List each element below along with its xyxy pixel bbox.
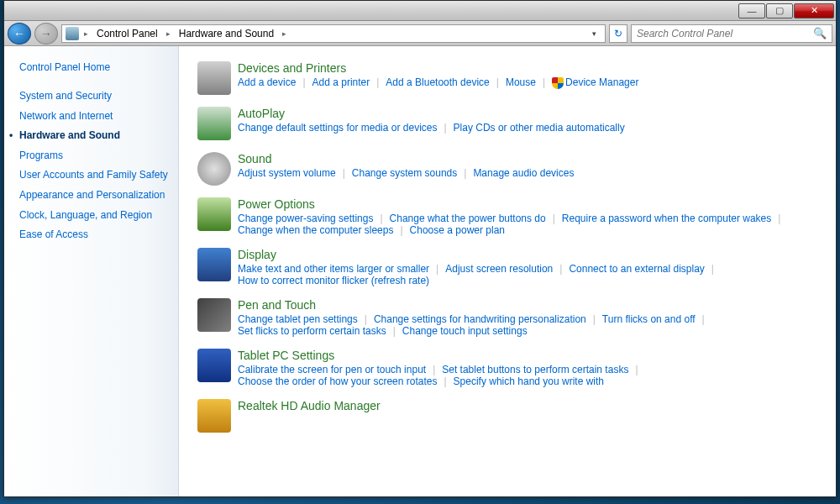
category-realtek-hd-audio-manager: Realtek HD Audio Manager — [197, 399, 817, 433]
task-link[interactable]: Change touch input settings — [402, 325, 528, 337]
link-separator: | — [437, 122, 453, 134]
breadcrumb-dropdown[interactable]: ▾ — [587, 29, 601, 38]
link-separator: | — [373, 213, 389, 224]
search-icon[interactable]: 🔍 — [813, 27, 827, 39]
task-link[interactable]: Mouse — [506, 76, 536, 88]
close-button[interactable]: ✕ — [794, 3, 834, 18]
category-title-link[interactable]: Display — [238, 248, 817, 261]
category-links: Change default settings for media or dev… — [238, 122, 817, 134]
sidebar-item-hardware-and-sound[interactable]: Hardware and Sound — [19, 126, 178, 146]
task-link[interactable]: Calibrate the screen for pen or touch in… — [238, 364, 426, 375]
task-link[interactable]: Add a device — [238, 76, 296, 88]
category-body: Devices and PrintersAdd a device|Add a p… — [238, 61, 817, 95]
task-link[interactable]: Require a password when the computer wak… — [562, 213, 771, 224]
task-link[interactable]: Change settings for handwriting personal… — [374, 313, 586, 325]
link-separator: | — [296, 76, 312, 88]
task-link[interactable]: Adjust screen resolution — [445, 263, 553, 275]
breadcrumb-sep[interactable]: ▸ — [81, 29, 92, 38]
task-link[interactable]: Add a printer — [312, 76, 370, 88]
category-devices-and-printers: Devices and PrintersAdd a device|Add a p… — [197, 61, 817, 95]
maximize-button[interactable]: ▢ — [766, 3, 793, 18]
breadcrumb-control-panel[interactable]: Control Panel — [93, 28, 161, 39]
category-pen-and-touch: Pen and TouchChange tablet pen settings|… — [197, 298, 817, 337]
task-link[interactable]: How to correct monitor flicker (refresh … — [238, 275, 429, 286]
category-sound: SoundAdjust system volume|Change system … — [197, 152, 817, 186]
refresh-button[interactable]: ↻ — [609, 24, 627, 43]
control-panel-icon — [66, 27, 79, 40]
sidebar-home-link[interactable]: Control Panel Home — [19, 61, 178, 73]
breadcrumb-hardware-and-sound[interactable]: Hardware and Sound — [176, 28, 277, 39]
link-separator: | — [386, 325, 402, 337]
category-title-link[interactable]: AutoPlay — [238, 107, 817, 120]
link-separator: | — [336, 167, 352, 179]
realtek-icon — [197, 399, 231, 433]
breadcrumb[interactable]: ▸ Control Panel ▸ Hardware and Sound ▸ ▾ — [61, 24, 606, 43]
task-link[interactable]: Specify which hand you write with — [454, 375, 604, 387]
shield-icon — [552, 77, 564, 89]
task-link[interactable]: Make text and other items larger or smal… — [238, 263, 429, 275]
task-link[interactable]: Add a Bluetooth device — [386, 76, 489, 88]
tablet-icon — [197, 349, 231, 382]
sidebar-item-system-and-security[interactable]: System and Security — [19, 87, 178, 107]
forward-button[interactable]: → — [34, 23, 58, 45]
task-link[interactable]: Manage audio devices — [473, 167, 574, 179]
category-autoplay: AutoPlayChange default settings for medi… — [197, 107, 817, 140]
breadcrumb-sep[interactable]: ▸ — [279, 29, 290, 38]
link-separator: | — [457, 167, 473, 179]
sidebar-item-programs[interactable]: Programs — [19, 146, 178, 166]
autoplay-icon — [197, 107, 231, 140]
task-link[interactable]: Set tablet buttons to perform certain ta… — [442, 364, 628, 375]
category-power-options: Power OptionsChange power-saving setting… — [197, 197, 817, 236]
link-separator: | — [546, 213, 562, 224]
link-separator: | — [490, 76, 506, 88]
task-link[interactable]: Adjust system volume — [238, 167, 336, 179]
task-link[interactable]: Choose a power plan — [410, 224, 505, 236]
task-link[interactable]: Set flicks to perform certain tasks — [238, 325, 386, 337]
task-link[interactable]: Play CDs or other media automatically — [454, 122, 625, 134]
task-link[interactable]: Change system sounds — [352, 167, 457, 179]
category-title-link[interactable]: Pen and Touch — [238, 298, 817, 312]
sidebar-item-ease-of-access[interactable]: Ease of Access — [19, 225, 178, 245]
address-bar: ← → ▸ Control Panel ▸ Hardware and Sound… — [4, 21, 836, 46]
search-box[interactable]: 🔍 — [631, 24, 832, 43]
pen-icon — [197, 298, 231, 332]
printer-icon — [197, 61, 231, 95]
link-separator: | — [628, 364, 644, 375]
search-input[interactable] — [637, 28, 813, 39]
task-link[interactable]: Change default settings for media or dev… — [238, 122, 437, 134]
task-link[interactable]: Connect to an external display — [569, 263, 704, 275]
task-link[interactable]: Change power-saving settings — [238, 213, 373, 224]
task-link[interactable]: Turn flicks on and off — [602, 313, 696, 325]
category-links: Calibrate the screen for pen or touch in… — [238, 364, 817, 387]
task-link[interactable]: Change what the power buttons do — [390, 213, 546, 224]
task-link[interactable]: Change tablet pen settings — [238, 313, 358, 325]
link-separator: | — [370, 76, 386, 88]
task-link[interactable]: Change when the computer sleeps — [238, 224, 393, 236]
category-title-link[interactable]: Power Options — [238, 197, 817, 211]
minimize-button[interactable]: — — [738, 3, 765, 18]
link-separator: | — [393, 224, 409, 236]
category-body: Pen and TouchChange tablet pen settings|… — [238, 298, 817, 337]
task-link[interactable]: Device Manager — [552, 76, 638, 89]
content-area: Control Panel Home System and SecurityNe… — [4, 46, 836, 496]
breadcrumb-sep[interactable]: ▸ — [163, 29, 174, 38]
category-body: AutoPlayChange default settings for medi… — [238, 107, 817, 140]
sidebar-item-clock-language-and-region[interactable]: Clock, Language, and Region — [19, 206, 178, 226]
link-separator: | — [437, 375, 453, 387]
sidebar-item-network-and-internet[interactable]: Network and Internet — [19, 107, 178, 127]
window-frame: — ▢ ✕ ← → ▸ Control Panel ▸ Hardware and… — [3, 0, 837, 497]
link-separator: | — [426, 364, 442, 375]
category-title-link[interactable]: Sound — [238, 152, 817, 165]
category-links: Add a device|Add a printer|Add a Bluetoo… — [238, 76, 817, 89]
category-title-link[interactable]: Tablet PC Settings — [238, 349, 817, 362]
task-link[interactable]: Choose the order of how your screen rota… — [238, 375, 437, 387]
category-links: Make text and other items larger or smal… — [238, 263, 817, 286]
category-body: Power OptionsChange power-saving setting… — [238, 197, 817, 236]
sidebar-item-appearance-and-personalization[interactable]: Appearance and Personalization — [19, 186, 178, 206]
back-button[interactable]: ← — [8, 23, 31, 45]
category-body: Realtek HD Audio Manager — [238, 399, 817, 433]
sidebar-item-user-accounts-and-family-safety[interactable]: User Accounts and Family Safety — [19, 165, 178, 186]
category-title-link[interactable]: Realtek HD Audio Manager — [238, 399, 817, 412]
category-title-link[interactable]: Devices and Printers — [238, 61, 817, 75]
category-display: DisplayMake text and other items larger … — [197, 248, 817, 286]
